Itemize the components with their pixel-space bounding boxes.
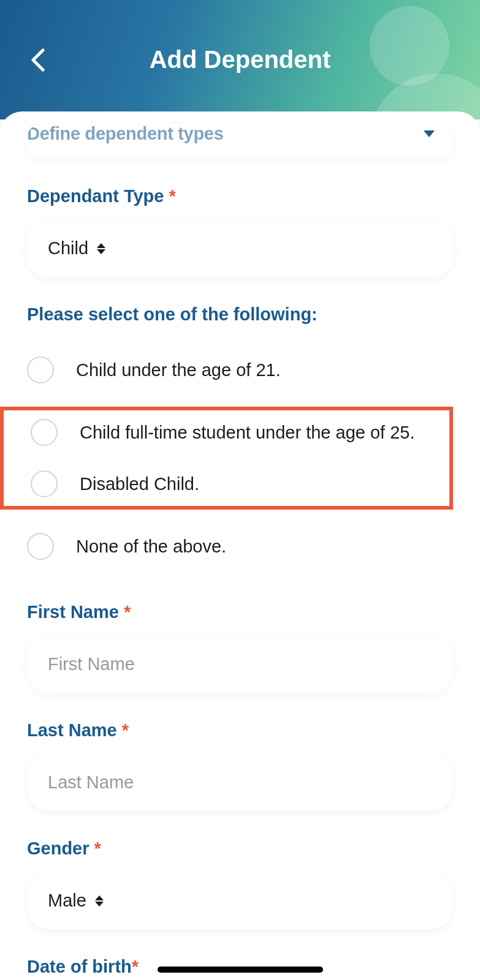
- subtype-label: Please select one of the following:: [27, 304, 453, 325]
- required-asterisk: *: [122, 720, 129, 740]
- updown-icon: [97, 243, 105, 254]
- last-name-field[interactable]: [27, 754, 453, 811]
- dependant-type-label: Dependant Type *: [27, 186, 453, 206]
- radio-item-under21[interactable]: Child under the age of 21.: [27, 342, 453, 398]
- dependant-type-select[interactable]: Child: [27, 220, 453, 277]
- gender-select[interactable]: Male: [27, 872, 453, 929]
- radio-item-student25[interactable]: Child full-time student under the age of…: [31, 410, 449, 458]
- radio-circle[interactable]: [27, 533, 54, 560]
- content-panel: Define dependent types Dependant Type * …: [0, 111, 480, 980]
- last-name-label: Last Name *: [27, 720, 453, 741]
- radio-label: None of the above.: [76, 533, 226, 559]
- radio-label: Child full-time student under the age of…: [80, 420, 415, 445]
- radio-item-none[interactable]: None of the above.: [27, 518, 453, 575]
- radio-circle[interactable]: [31, 419, 58, 446]
- radio-item-disabled[interactable]: Disabled Child.: [31, 458, 449, 506]
- gender-label: Gender *: [27, 839, 453, 859]
- home-indicator[interactable]: [158, 967, 323, 973]
- required-asterisk: *: [94, 839, 101, 858]
- required-asterisk: *: [132, 957, 139, 976]
- caret-down-icon: [424, 130, 435, 137]
- dependant-type-value: Child: [48, 238, 88, 258]
- first-name-field[interactable]: [27, 636, 453, 693]
- updown-icon: [95, 895, 104, 907]
- subtype-radio-group: Child under the age of 21. Child full-ti…: [27, 342, 453, 575]
- define-types-label: Define dependent types: [27, 124, 224, 144]
- define-types-dropdown[interactable]: Define dependent types: [27, 124, 453, 159]
- first-name-label: First Name *: [27, 602, 453, 622]
- radio-circle[interactable]: [31, 470, 58, 497]
- radio-label: Child under the age of 21.: [76, 357, 281, 383]
- required-asterisk: *: [169, 186, 176, 206]
- highlight-box: Child full-time student under the age of…: [0, 407, 453, 510]
- required-asterisk: *: [124, 602, 131, 622]
- gender-value: Male: [48, 891, 86, 911]
- radio-circle[interactable]: [27, 356, 54, 383]
- radio-label: Disabled Child.: [80, 471, 199, 497]
- header: Add Dependent: [0, 0, 480, 119]
